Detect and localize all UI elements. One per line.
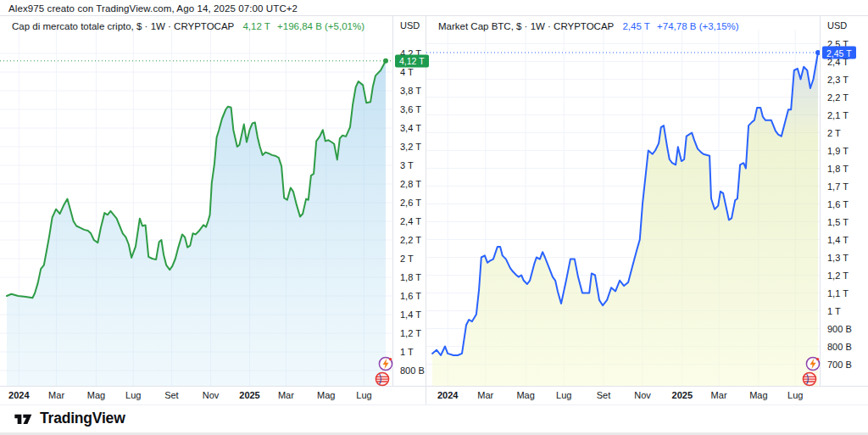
price-tick-label: 1,6 T [827, 199, 849, 209]
price-tick-label: 1,7 T [827, 181, 849, 192]
time-tick-label: 2024 [8, 390, 29, 400]
price-tick-label: 4 T [400, 67, 414, 77]
price-tick-label: 1,8 T [827, 164, 849, 174]
lightning-badge-icon[interactable] [805, 356, 821, 371]
time-tick-label: Mag [317, 390, 335, 400]
time-tick-label: 2024 [437, 390, 458, 400]
time-tick-label: Mar [278, 390, 294, 400]
time-tick-label: Mar [477, 390, 493, 400]
price-tick-label: 3,8 T [400, 86, 421, 96]
price-tick-label: 2 T [827, 128, 841, 138]
btc-chart-panel: Market Cap BTC, $ · 1W · CRYPTOCAP 2,45 … [426, 16, 868, 404]
price-tick-label: 1,4 T [827, 235, 849, 245]
price-axis[interactable]: USD 4,12 T 4,2 T4 T3,8 T3,6 T3,4 T3,2 T3… [392, 16, 426, 387]
panel-header: Market Cap BTC, $ · 1W · CRYPTOCAP 2,45 … [438, 21, 739, 31]
price-tick-label: 1 T [827, 306, 841, 316]
globe-badge-icon[interactable] [375, 371, 390, 387]
time-tick-label: Nov [203, 390, 220, 400]
time-tick-label: 2025 [672, 390, 693, 400]
price-tick-label: 800 B [827, 342, 852, 352]
last-value: 4,12 T [242, 21, 270, 31]
price-tick-label: 1,9 T [827, 146, 849, 156]
plot-area[interactable] [0, 16, 392, 389]
price-tick-label: 2,8 T [400, 179, 421, 189]
price-tick-label: 3,2 T [400, 142, 421, 152]
time-axis[interactable]: 2024MarMagLugSetNov2025MarMagLug [0, 386, 426, 404]
currency-label: USD [827, 20, 847, 31]
price-tick-label: 1,6 T [400, 291, 421, 301]
price-tick-label: 2,1 T [827, 110, 849, 120]
price-tick-label: 2,3 T [827, 75, 849, 85]
price-tick-label: 800 B [400, 365, 425, 376]
price-tick-label: 2,2 T [400, 235, 421, 245]
attribution-text: Alex975 creato con TradingView.com, Ago … [8, 3, 298, 14]
time-tick-label: Set [597, 390, 611, 400]
price-tick-label: 2,2 T [827, 92, 849, 103]
price-tick-label: 2 T [400, 254, 414, 264]
change-value: +196,84 B (+5,01%) [277, 21, 364, 31]
time-tick-label: Mag [749, 390, 767, 400]
lightning-badge-icon[interactable] [378, 356, 393, 371]
chart-widget: Cap di mercato totale cripto, $ · 1W · C… [0, 15, 868, 405]
price-tick-label: 2,4 T [400, 216, 421, 226]
price-tick-label: 1,2 T [827, 270, 849, 281]
price-tick-label: 3,4 T [400, 123, 421, 133]
symbol-title: Cap di mercato totale cripto, $ · 1W · C… [12, 21, 234, 31]
price-tick-label: 1,3 T [827, 253, 849, 263]
price-tick-label: 900 B [827, 324, 852, 334]
price-tick-label: 1,4 T [400, 310, 421, 320]
price-badge: 4,12 T [395, 54, 429, 67]
logo-mark-icon [14, 410, 34, 427]
time-tick-label: Set [164, 390, 179, 400]
price-tick-label: 1 T [400, 347, 414, 357]
price-tick-label: 700 B [827, 360, 852, 370]
tradingview-logo[interactable]: TradingView [14, 410, 125, 427]
time-tick-label: Nov [634, 390, 651, 400]
price-tick-label: 2,6 T [400, 198, 421, 208]
currency-label: USD [400, 20, 420, 31]
price-tick-label: 1,8 T [400, 272, 421, 282]
price-tick-label: 1,2 T [400, 328, 421, 338]
time-tick-label: Mar [711, 390, 727, 400]
last-value: 2,45 T [622, 21, 649, 31]
symbol-title: Market Cap BTC, $ · 1W · CRYPTOCAP [438, 21, 614, 31]
time-tick-label: Lug [125, 390, 141, 400]
time-tick-label: Lug [787, 390, 803, 400]
change-value: +74,78 B (+3,15%) [657, 21, 739, 31]
time-axis[interactable]: 2024MarMagLugSetNov2025MarMagLug [426, 386, 868, 404]
time-tick-label: Lug [556, 390, 571, 400]
price-tick-label: 3,6 T [400, 104, 421, 114]
logo-text: TradingView [40, 410, 125, 427]
time-tick-label: Mag [516, 390, 534, 400]
price-tick-label: 1,5 T [827, 217, 849, 227]
price-badge: 2,45 T [822, 47, 856, 59]
plot-area[interactable] [426, 16, 820, 389]
price-axis[interactable]: USD 2,45 T 2,5 T2,4 T2,3 T2,2 T2,1 T2 T1… [820, 16, 868, 387]
price-tick-label: 3 T [400, 160, 414, 170]
globe-badge-icon[interactable] [802, 371, 817, 387]
time-tick-label: Mag [87, 390, 105, 400]
price-tick-label: 1,1 T [827, 288, 849, 298]
panel-header: Cap di mercato totale cripto, $ · 1W · C… [12, 21, 364, 31]
time-tick-label: Mar [48, 390, 64, 400]
time-tick-label: 2025 [239, 390, 259, 400]
time-tick-label: Lug [356, 390, 371, 400]
total-crypto-chart-panel: Cap di mercato totale cripto, $ · 1W · C… [0, 16, 426, 404]
